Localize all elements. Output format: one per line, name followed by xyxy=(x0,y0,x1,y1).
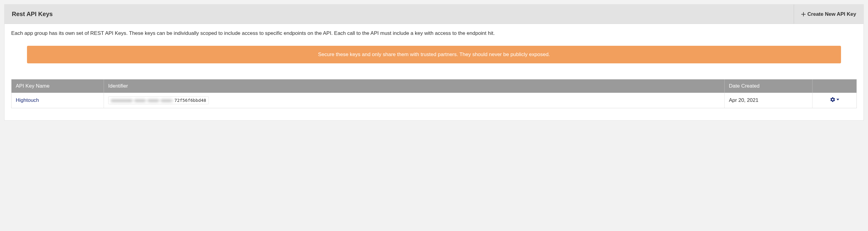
panel-body: Each app group has its own set of REST A… xyxy=(4,24,864,120)
api-keys-table: API Key Name Identifier Date Created Hig… xyxy=(11,79,857,108)
table-header-row: API Key Name Identifier Date Created xyxy=(11,80,857,93)
caret-down-icon xyxy=(836,98,839,101)
table-row: Hightouch xxxxxxxx-xxxx-xxxx-xxxx-72f56f… xyxy=(11,93,857,108)
create-api-key-label: Create New API Key xyxy=(807,11,856,17)
col-header-name: API Key Name xyxy=(11,80,104,93)
col-header-identifier: Identifier xyxy=(104,80,725,93)
create-api-key-button[interactable]: Create New API Key xyxy=(794,4,864,24)
api-key-date: Apr 20, 2021 xyxy=(729,97,758,103)
col-header-actions xyxy=(812,80,857,93)
panel-header: Rest API Keys Create New API Key xyxy=(4,4,864,24)
api-keys-panel: Rest API Keys Create New API Key Each ap… xyxy=(4,4,864,121)
row-actions-menu[interactable] xyxy=(830,97,839,103)
identifier-visible-part: 72f56f6bbd48 xyxy=(175,98,207,103)
col-header-date: Date Created xyxy=(725,80,812,93)
gear-icon xyxy=(830,97,836,103)
plus-icon xyxy=(801,12,806,17)
api-key-name-link[interactable]: Hightouch xyxy=(16,97,39,103)
api-key-identifier: xxxxxxxx-xxxx-xxxx-xxxx-72f56f6bbd48 xyxy=(108,96,209,104)
identifier-hidden-part: xxxxxxxx-xxxx-xxxx-xxxx- xyxy=(111,98,175,103)
description-text: Each app group has its own set of REST A… xyxy=(11,29,857,37)
security-warning-banner: Secure these keys and only share them wi… xyxy=(27,46,841,63)
panel-title: Rest API Keys xyxy=(4,4,60,24)
